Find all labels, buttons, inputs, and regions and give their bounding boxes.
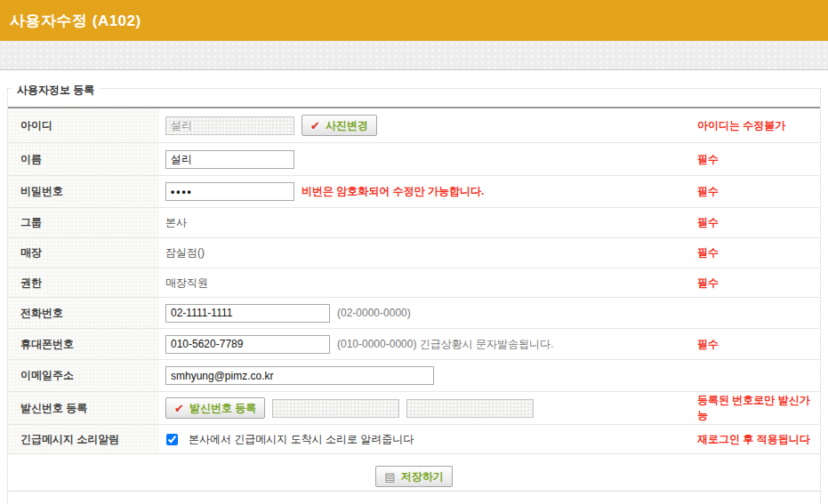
phone-input[interactable] (165, 304, 330, 323)
field-label-group: 그룹 (8, 208, 159, 237)
save-button[interactable]: ▤ 저장하기 (375, 466, 452, 487)
mobile-format-hint: (010-0000-0000) 긴급상황시 문자발송됩니다. (337, 337, 553, 352)
group-note: 필수 (697, 208, 820, 237)
field-label-mobile: 휴대폰번호 (8, 329, 159, 359)
row-content: (010-0000-0000) 긴급상황시 문자발송됩니다. (159, 329, 697, 359)
email-note (697, 360, 820, 391)
sender-number-note: 등록된 번호로만 발신가능 (697, 392, 820, 424)
field-label-phone: 전화번호 (8, 298, 159, 328)
row-content (159, 360, 697, 391)
field-label-email: 이메일주소 (8, 360, 159, 391)
page-title: 사용자수정 (A102) (10, 11, 141, 31)
user-edit-form: 아이디 ✔ 사진변경 아이디는 수정불가 이름 필수 비밀번호 비번은 암호화되… (8, 107, 820, 492)
emergency-alert-note: 재로그인 후 적용됩니다 (697, 425, 820, 453)
emergency-alert-checkbox-label: 본사에서 긴급메시지 도착시 소리로 알려줍니다 (189, 432, 414, 447)
change-photo-button[interactable]: ✔ 사진변경 (301, 115, 377, 136)
row-sender-number: 발신번호 등록 ✔ 발신번호 등록 등록된 번호로만 발신가능 (8, 392, 820, 425)
row-name: 이름 필수 (8, 143, 820, 176)
row-store: 매장 잠실점() 필수 (8, 238, 820, 268)
password-inline-note: 비번은 암호화되어 수정만 가능합니다. (301, 184, 484, 199)
group-value: 본사 (165, 215, 187, 230)
row-content: 매장직원 (159, 268, 697, 297)
id-note: 아이디는 수정불가 (697, 108, 820, 142)
row-content: 본사에서 긴급메시지 도착시 소리로 알려줍니다 (159, 425, 697, 453)
store-value: 잠실점() (165, 245, 205, 260)
row-email: 이메일주소 (8, 360, 820, 392)
row-emergency-alert: 긴급메시지 소리알림 본사에서 긴급메시지 도착시 소리로 알려줍니다 재로그인… (8, 425, 820, 454)
row-content: ✔ 발신번호 등록 (159, 392, 697, 424)
field-label-emergency-alert: 긴급메시지 소리알림 (8, 425, 159, 453)
row-content (159, 143, 697, 175)
role-note: 필수 (697, 268, 820, 297)
row-role: 권한 매장직원 필수 (8, 268, 820, 298)
role-value: 매장직원 (165, 276, 208, 291)
check-icon: ✔ (310, 119, 320, 132)
sender-number-input-2 (406, 399, 534, 418)
save-icon: ▤ (384, 470, 395, 484)
mobile-note: 필수 (697, 329, 820, 359)
field-label-password: 비밀번호 (8, 176, 159, 207)
row-content: 비번은 암호화되어 수정만 가능합니다. (159, 176, 697, 207)
row-content: (02-0000-0000) (159, 298, 697, 328)
row-content: 본사 (159, 208, 697, 237)
email-input[interactable] (165, 366, 434, 385)
field-label-id: 아이디 (8, 108, 159, 142)
check-icon: ✔ (174, 402, 184, 415)
name-note: 필수 (697, 143, 820, 175)
field-label-role: 권한 (8, 268, 159, 297)
row-mobile: 휴대폰번호 (010-0000-0000) 긴급상황시 문자발송됩니다. 필수 (8, 329, 820, 360)
register-sender-number-button[interactable]: ✔ 발신번호 등록 (165, 397, 265, 419)
user-info-fieldset: 사용자정보 등록 아이디 ✔ 사진변경 아이디는 수정불가 이름 필수 비밀번호 (7, 88, 821, 504)
id-input (165, 116, 294, 135)
password-input[interactable] (165, 182, 294, 201)
phone-note (697, 298, 820, 328)
change-photo-button-label: 사진변경 (326, 118, 368, 133)
sender-number-input-1 (272, 399, 399, 418)
row-group: 그룹 본사 필수 (8, 208, 820, 238)
save-row: ▤ 저장하기 (8, 454, 820, 492)
page-header: 사용자수정 (A102) (0, 0, 828, 41)
fieldset-legend: 사용자정보 등록 (12, 83, 99, 98)
save-button-label: 저장하기 (401, 469, 444, 484)
row-content: ✔ 사진변경 (159, 108, 697, 142)
phone-format-hint: (02-0000-0000) (337, 307, 411, 319)
field-label-store: 매장 (8, 238, 159, 268)
field-label-sender-number: 발신번호 등록 (8, 392, 159, 424)
row-content: 잠실점() (159, 238, 697, 268)
emergency-alert-checkbox[interactable] (166, 434, 178, 445)
mobile-input[interactable] (165, 335, 330, 354)
password-note: 필수 (697, 176, 820, 207)
row-password: 비밀번호 비번은 암호화되어 수정만 가능합니다. 필수 (8, 176, 820, 208)
row-id: 아이디 ✔ 사진변경 아이디는 수정불가 (8, 108, 820, 143)
store-note: 필수 (697, 238, 820, 268)
name-input[interactable] (165, 150, 294, 169)
field-label-name: 이름 (8, 143, 159, 175)
row-phone: 전화번호 (02-0000-0000) (8, 298, 820, 329)
register-sender-number-button-label: 발신번호 등록 (189, 401, 256, 416)
toolbar (0, 41, 828, 70)
